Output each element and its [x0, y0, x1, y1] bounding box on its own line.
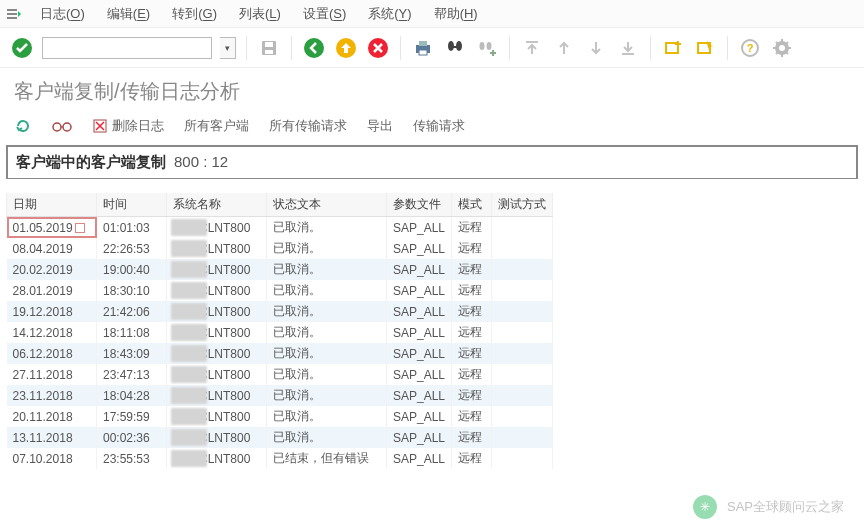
cell-mode: 远程: [452, 217, 492, 239]
cell-test: [492, 280, 553, 301]
col-test[interactable]: 测试方式: [492, 193, 553, 217]
menu-help[interactable]: 帮助(H): [430, 3, 482, 25]
col-time[interactable]: 时间: [97, 193, 167, 217]
col-date[interactable]: 日期: [7, 193, 97, 217]
cell-time: 19:00:40: [97, 259, 167, 280]
cell-time: 22:26:53: [97, 238, 167, 259]
cell-sysname: CLNT800: [167, 385, 267, 406]
table-row[interactable]: 07.10.201823:55:53CLNT800已结束，但有错误SAP_ALL…: [7, 448, 553, 469]
svg-point-4: [304, 38, 324, 58]
shortcut-icon[interactable]: [693, 36, 717, 60]
cell-sysname: CLNT800: [167, 364, 267, 385]
table-row[interactable]: 19.12.201821:42:06CLNT800已取消。SAP_ALL远程: [7, 301, 553, 322]
cell-time: 18:11:08: [97, 322, 167, 343]
cell-date: 01.05.2019: [7, 217, 97, 239]
menu-edit[interactable]: 编辑(E): [103, 3, 154, 25]
col-mode[interactable]: 模式: [452, 193, 492, 217]
cell-time: 01:01:03: [97, 217, 167, 239]
cell-date: 08.04.2019: [7, 238, 97, 259]
back-icon[interactable]: [302, 36, 326, 60]
cell-mode: 远程: [452, 343, 492, 364]
menu-list[interactable]: 列表(L): [235, 3, 285, 25]
cell-test: [492, 322, 553, 343]
cell-mode: 远程: [452, 385, 492, 406]
print-icon[interactable]: [411, 36, 435, 60]
svg-point-14: [487, 42, 492, 50]
table-row[interactable]: 08.04.201922:26:53CLNT800已取消。SAP_ALL远程: [7, 238, 553, 259]
table-row[interactable]: 20.02.201919:00:40CLNT800已取消。SAP_ALL远程: [7, 259, 553, 280]
table-row[interactable]: 13.11.201800:02:36CLNT800已取消。SAP_ALL远程: [7, 427, 553, 448]
cell-time: 21:42:06: [97, 301, 167, 322]
last-page-icon[interactable]: [616, 36, 640, 60]
menu-log[interactable]: 日志(O): [36, 3, 89, 25]
cell-date: 20.02.2019: [7, 259, 97, 280]
table-row[interactable]: 20.11.201817:59:59CLNT800已取消。SAP_ALL远程: [7, 406, 553, 427]
save-icon[interactable]: [257, 36, 281, 60]
cell-status: 已结束，但有错误: [267, 448, 387, 469]
main-toolbar: ▾ ?: [0, 28, 864, 68]
separator: [650, 36, 651, 60]
cell-sysname: CLNT800: [167, 322, 267, 343]
next-page-icon[interactable]: [584, 36, 608, 60]
menu-system[interactable]: 系统(Y): [364, 3, 415, 25]
cell-test: [492, 301, 553, 322]
cell-test: [492, 448, 553, 469]
cell-time: 18:30:10: [97, 280, 167, 301]
watermark: ✳ SAP全球顾问云之家: [693, 495, 844, 519]
cell-profile: SAP_ALL: [387, 301, 452, 322]
cell-time: 17:59:59: [97, 406, 167, 427]
table-row[interactable]: 14.12.201818:11:08CLNT800已取消。SAP_ALL远程: [7, 322, 553, 343]
svg-point-13: [480, 42, 485, 50]
cell-test: [492, 217, 553, 239]
cell-time: 18:04:28: [97, 385, 167, 406]
delete-log-button[interactable]: 删除日志: [92, 117, 164, 135]
cell-profile: SAP_ALL: [387, 322, 452, 343]
menu-settings[interactable]: 设置(S): [299, 3, 350, 25]
cancel-icon[interactable]: [366, 36, 390, 60]
cell-status: 已取消。: [267, 343, 387, 364]
find-icon[interactable]: [443, 36, 467, 60]
transports-button[interactable]: 传输请求: [413, 117, 465, 135]
exit-icon[interactable]: [334, 36, 358, 60]
menu-bar: 日志(O) 编辑(E) 转到(G) 列表(L) 设置(S) 系统(Y) 帮助(H…: [0, 0, 864, 28]
col-sysname[interactable]: 系统名称: [167, 193, 267, 217]
command-history-dropdown[interactable]: ▾: [220, 37, 236, 59]
col-profile[interactable]: 参数文件: [387, 193, 452, 217]
cell-date: 06.12.2018: [7, 343, 97, 364]
cell-date: 13.11.2018: [7, 427, 97, 448]
command-field[interactable]: [42, 37, 212, 59]
section-header: 客户端中的客户端复制 800 : 12: [6, 145, 858, 179]
glasses-button[interactable]: [52, 118, 72, 134]
help-icon[interactable]: ?: [738, 36, 762, 60]
cell-status: 已取消。: [267, 364, 387, 385]
menu-goto[interactable]: 转到(G): [168, 3, 221, 25]
export-button[interactable]: 导出: [367, 117, 393, 135]
table-row[interactable]: 06.12.201818:43:09CLNT800已取消。SAP_ALL远程: [7, 343, 553, 364]
session-menu-icon[interactable]: [6, 6, 22, 22]
cell-mode: 远程: [452, 406, 492, 427]
table-row[interactable]: 27.11.201823:47:13CLNT800已取消。SAP_ALL远程: [7, 364, 553, 385]
all-transports-button[interactable]: 所有传输请求: [269, 117, 347, 135]
enter-icon[interactable]: [10, 36, 34, 60]
first-page-icon[interactable]: [520, 36, 544, 60]
table-row[interactable]: 23.11.201818:04:28CLNT800已取消。SAP_ALL远程: [7, 385, 553, 406]
customize-icon[interactable]: [770, 36, 794, 60]
separator: [727, 36, 728, 60]
new-session-icon[interactable]: [661, 36, 685, 60]
wechat-icon: ✳: [693, 495, 717, 519]
watermark-text: SAP全球顾问云之家: [727, 498, 844, 516]
table-row[interactable]: 01.05.201901:01:03CLNT800已取消。SAP_ALL远程: [7, 217, 553, 239]
all-clients-button[interactable]: 所有客户端: [184, 117, 249, 135]
prev-page-icon[interactable]: [552, 36, 576, 60]
cell-date: 27.11.2018: [7, 364, 97, 385]
cell-mode: 远程: [452, 364, 492, 385]
refresh-button[interactable]: [14, 117, 32, 135]
table-row[interactable]: 28.01.201918:30:10CLNT800已取消。SAP_ALL远程: [7, 280, 553, 301]
find-next-icon[interactable]: [475, 36, 499, 60]
cell-date: 23.11.2018: [7, 385, 97, 406]
cell-test: [492, 259, 553, 280]
col-status[interactable]: 状态文本: [267, 193, 387, 217]
svg-rect-9: [419, 50, 427, 55]
svg-text:?: ?: [747, 42, 754, 54]
svg-rect-12: [453, 46, 457, 48]
